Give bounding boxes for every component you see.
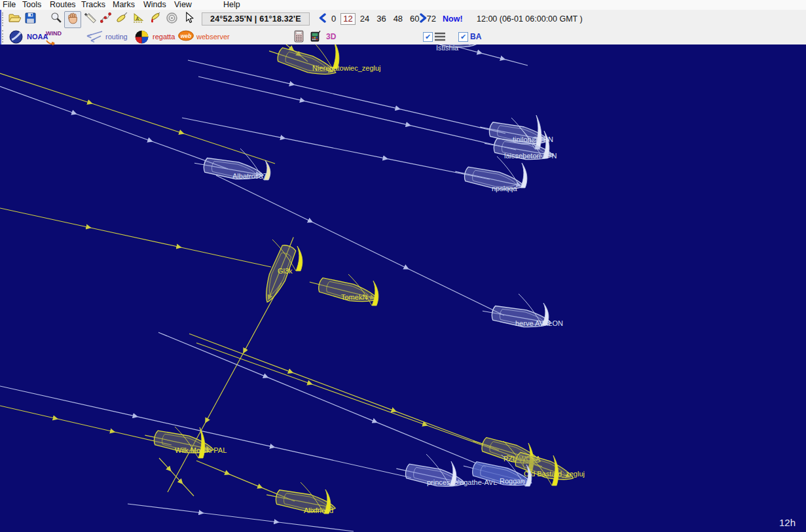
- menu-help[interactable]: Help: [223, 0, 240, 10]
- menu-marks[interactable]: Marks: [113, 0, 135, 10]
- regatta-button[interactable]: [135, 30, 149, 46]
- toolbar-grip[interactable]: [2, 12, 5, 26]
- boat-name-label: Old Bastard_zegluj: [524, 470, 585, 478]
- gps-device-icon: [309, 30, 321, 45]
- chevron-right-icon: [419, 13, 428, 26]
- web-icon: web: [178, 30, 194, 44]
- routing-label[interactable]: routing: [105, 29, 128, 44]
- boat-name-label: TomekN: [341, 293, 367, 301]
- timeline-hour-24[interactable]: 24: [360, 14, 369, 24]
- boat-herve-avalon[interactable]: herve AVALON: [481, 294, 563, 332]
- menu-tools[interactable]: Tools: [22, 0, 41, 10]
- calculator-button[interactable]: [294, 30, 304, 45]
- wind-button[interactable]: WIND: [46, 30, 62, 48]
- wind-arrow-icon: [46, 40, 58, 46]
- boat-name-label: npslqqa: [492, 185, 517, 192]
- boat-name-label: Roggan: [500, 477, 525, 485]
- menu-tracks[interactable]: Tracks: [81, 0, 105, 10]
- timeline-prev-button[interactable]: [316, 11, 329, 27]
- boat-nieregatowiec-zegluj[interactable]: Nieregatowiec_zegluj: [266, 44, 381, 80]
- route-button[interactable]: [98, 11, 114, 27]
- open-file-button[interactable]: [7, 11, 22, 27]
- track-line: [0, 386, 411, 478]
- chart-map[interactable]: Nieregatowiec_zeglujIstishiatinilon@TPNl…: [0, 44, 806, 532]
- menu-winds[interactable]: Winds: [143, 0, 166, 10]
- svg-text:web: web: [181, 33, 192, 39]
- boat-npslqqa[interactable]: npslqqa: [454, 156, 527, 194]
- target-button[interactable]: [164, 11, 179, 27]
- open-folder-icon: [9, 12, 21, 26]
- boat-name-label: Wilk Morski PAL: [175, 446, 227, 454]
- track-line: [458, 47, 528, 65]
- menu-routes[interactable]: Routes: [50, 0, 76, 10]
- boat-albatros87[interactable]: Albatros87: [193, 149, 270, 184]
- current-datetime: 12:00 (06-01 06:00:00 GMT ): [477, 14, 583, 24]
- save-button[interactable]: [22, 11, 38, 27]
- calculator-icon: [294, 30, 304, 45]
- boat-name-label: Albatros87: [232, 172, 267, 180]
- timeline-hour-12[interactable]: 12: [340, 13, 355, 25]
- mark-button[interactable]: [114, 11, 130, 27]
- boat-wilk-morski-pal[interactable]: Wilk Morski PAL: [143, 427, 227, 458]
- track-line: [159, 458, 194, 496]
- pen-icon: [116, 12, 128, 26]
- boat-alixfriend[interactable]: Alixfriend: [265, 482, 337, 516]
- window-left-border: [0, 10, 1, 44]
- boat-name-label: herve AVALON: [515, 319, 563, 327]
- pan-button[interactable]: [64, 11, 81, 28]
- toolbar-grip[interactable]: [2, 30, 5, 43]
- wind-label: WIND: [46, 30, 62, 37]
- layers-checkbox[interactable]: ✔: [423, 32, 433, 42]
- gps-device-button[interactable]: [309, 30, 321, 45]
- track-line: [0, 73, 275, 164]
- ba-label: BA: [470, 29, 481, 44]
- now-button[interactable]: Now!: [443, 14, 463, 24]
- routing-button[interactable]: [82, 30, 103, 46]
- menu-lines-icon[interactable]: [434, 31, 446, 42]
- regatta-icon: [135, 30, 149, 46]
- routing-arrows-icon: [82, 30, 103, 46]
- angle-button[interactable]: A: [131, 11, 147, 27]
- boat-hull: [276, 46, 339, 80]
- chevron-left-icon: [318, 13, 327, 26]
- hand-icon: [67, 12, 79, 27]
- menu-view[interactable]: View: [174, 0, 192, 10]
- select-button[interactable]: [181, 11, 196, 27]
- cursor-arrow-icon: [183, 12, 194, 26]
- toolbar-main: A 24°52.35'N | 61°18.32'E 0122436486072 …: [0, 10, 806, 29]
- timeline-hour-48[interactable]: 48: [394, 14, 403, 24]
- brush-icon: [149, 12, 160, 26]
- noaa-globe-icon: [9, 30, 23, 46]
- route-points-icon: [100, 12, 112, 26]
- map-canvas: Nieregatowiec_zeglujIstishiatinilon@TPNl…: [0, 44, 806, 532]
- noaa-button[interactable]: [9, 30, 23, 46]
- boat-name-label: Nieregatowiec_zegluj: [312, 64, 381, 72]
- zoom-button[interactable]: [48, 11, 64, 27]
- boat-name-label: Alixfriend: [304, 506, 333, 514]
- ba-checkbox[interactable]: ✔: [458, 32, 468, 42]
- target-icon: [166, 12, 178, 27]
- regatta-label[interactable]: regatta: [153, 29, 175, 44]
- track-line: [189, 334, 499, 450]
- boat-sail: [372, 281, 378, 306]
- timeline-next-button[interactable]: [416, 11, 430, 27]
- measure-button[interactable]: [82, 11, 98, 27]
- menu-file[interactable]: File: [3, 0, 16, 10]
- webserver-button[interactable]: web: [178, 30, 194, 44]
- svg-text:A: A: [136, 16, 139, 21]
- menu-bar: FileToolsRoutesTracksMarksWindsViewHelp: [0, 0, 806, 10]
- boat-istishia[interactable]: Istishia: [407, 44, 479, 52]
- track-line: [198, 77, 516, 150]
- map-scale-label: 12h: [779, 517, 796, 528]
- cursor-coordinates: 24°52.35'N | 61°18.32'E: [202, 12, 310, 26]
- timeline-hour-36[interactable]: 36: [376, 14, 386, 24]
- magnifier-icon: [50, 12, 62, 26]
- noaa-label[interactable]: NOAA: [27, 29, 48, 44]
- timeline-hour-0[interactable]: 0: [331, 14, 336, 24]
- webserver-label[interactable]: webserver: [196, 29, 230, 44]
- paint-button[interactable]: [147, 11, 162, 27]
- boat-tomekn[interactable]: TomekN: [308, 274, 380, 307]
- boat-gl3k[interactable]: Gl3k: [259, 234, 302, 306]
- three-d-label[interactable]: 3D: [326, 29, 336, 44]
- boat-name-label: laissebeton TPN: [504, 152, 557, 160]
